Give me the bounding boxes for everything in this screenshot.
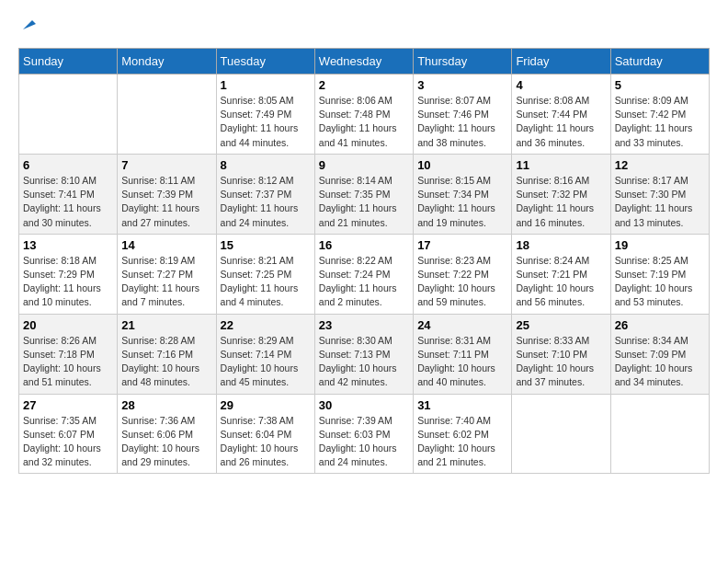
day-number: 16	[319, 238, 409, 252]
day-number: 8	[221, 158, 311, 172]
calendar-cell: 27Sunrise: 7:35 AM Sunset: 6:07 PM Dayli…	[19, 394, 118, 474]
weekday-header-wednesday: Wednesday	[314, 49, 413, 75]
calendar-cell: 7Sunrise: 8:11 AM Sunset: 7:39 PM Daylig…	[118, 154, 216, 234]
day-number: 29	[221, 398, 311, 412]
day-number: 2	[319, 78, 409, 92]
day-detail: Sunrise: 8:10 AM Sunset: 7:41 PM Dayligh…	[23, 174, 113, 230]
day-detail: Sunrise: 8:11 AM Sunset: 7:39 PM Dayligh…	[121, 174, 211, 230]
calendar-cell: 26Sunrise: 8:34 AM Sunset: 7:09 PM Dayli…	[610, 314, 709, 394]
day-number: 19	[615, 238, 705, 252]
day-number: 11	[516, 158, 606, 172]
day-number: 1	[221, 78, 311, 92]
calendar-cell: 4Sunrise: 8:08 AM Sunset: 7:44 PM Daylig…	[512, 75, 610, 155]
day-detail: Sunrise: 8:21 AM Sunset: 7:25 PM Dayligh…	[221, 254, 311, 310]
calendar-cell: 1Sunrise: 8:05 AM Sunset: 7:49 PM Daylig…	[216, 75, 314, 155]
day-number: 5	[615, 78, 705, 92]
calendar-cell: 10Sunrise: 8:15 AM Sunset: 7:34 PM Dayli…	[414, 154, 512, 234]
day-number: 27	[23, 398, 113, 412]
day-detail: Sunrise: 7:38 AM Sunset: 6:04 PM Dayligh…	[221, 414, 311, 470]
calendar-cell: 31Sunrise: 7:40 AM Sunset: 6:02 PM Dayli…	[414, 394, 512, 474]
calendar-cell: 28Sunrise: 7:36 AM Sunset: 6:06 PM Dayli…	[118, 394, 216, 474]
calendar-cell: 30Sunrise: 7:39 AM Sunset: 6:03 PM Dayli…	[314, 394, 413, 474]
day-detail: Sunrise: 8:30 AM Sunset: 7:13 PM Dayligh…	[319, 334, 409, 390]
day-detail: Sunrise: 8:23 AM Sunset: 7:22 PM Dayligh…	[417, 254, 507, 310]
weekday-header-sunday: Sunday	[19, 49, 118, 75]
day-detail: Sunrise: 8:06 AM Sunset: 7:48 PM Dayligh…	[319, 94, 409, 150]
day-number: 4	[516, 78, 606, 92]
day-number: 7	[121, 158, 211, 172]
weekday-header-monday: Monday	[118, 49, 216, 75]
day-number: 3	[417, 78, 507, 92]
calendar-table: SundayMondayTuesdayWednesdayThursdayFrid…	[18, 48, 710, 474]
calendar-week-row: 13Sunrise: 8:18 AM Sunset: 7:29 PM Dayli…	[19, 234, 710, 314]
day-number: 28	[121, 398, 211, 412]
day-number: 14	[121, 238, 211, 252]
calendar-week-row: 27Sunrise: 7:35 AM Sunset: 6:07 PM Dayli…	[19, 394, 710, 474]
calendar-week-row: 6Sunrise: 8:10 AM Sunset: 7:41 PM Daylig…	[19, 154, 710, 234]
calendar-cell: 2Sunrise: 8:06 AM Sunset: 7:48 PM Daylig…	[314, 75, 413, 155]
weekday-header-saturday: Saturday	[610, 49, 709, 75]
calendar-cell: 8Sunrise: 8:12 AM Sunset: 7:37 PM Daylig…	[216, 154, 314, 234]
day-detail: Sunrise: 8:22 AM Sunset: 7:24 PM Dayligh…	[319, 254, 409, 310]
day-detail: Sunrise: 8:07 AM Sunset: 7:46 PM Dayligh…	[417, 94, 507, 150]
calendar-cell: 18Sunrise: 8:24 AM Sunset: 7:21 PM Dayli…	[512, 234, 610, 314]
day-number: 6	[23, 158, 113, 172]
day-number: 20	[23, 318, 113, 332]
day-detail: Sunrise: 7:35 AM Sunset: 6:07 PM Dayligh…	[23, 414, 113, 470]
calendar-cell	[610, 394, 709, 474]
day-number: 25	[516, 318, 606, 332]
calendar-cell: 22Sunrise: 8:29 AM Sunset: 7:14 PM Dayli…	[216, 314, 314, 394]
weekday-header-friday: Friday	[512, 49, 610, 75]
day-number: 26	[615, 318, 705, 332]
day-detail: Sunrise: 8:16 AM Sunset: 7:32 PM Dayligh…	[516, 174, 606, 230]
calendar-cell: 14Sunrise: 8:19 AM Sunset: 7:27 PM Dayli…	[118, 234, 216, 314]
page-header	[18, 18, 710, 33]
calendar-cell: 15Sunrise: 8:21 AM Sunset: 7:25 PM Dayli…	[216, 234, 314, 314]
day-number: 31	[417, 398, 507, 412]
calendar-cell: 3Sunrise: 8:07 AM Sunset: 7:46 PM Daylig…	[414, 75, 512, 155]
day-detail: Sunrise: 8:08 AM Sunset: 7:44 PM Dayligh…	[516, 94, 606, 150]
day-detail: Sunrise: 8:12 AM Sunset: 7:37 PM Dayligh…	[221, 174, 311, 230]
svg-marker-0	[23, 20, 36, 29]
day-detail: Sunrise: 8:28 AM Sunset: 7:16 PM Dayligh…	[121, 334, 211, 390]
day-number: 21	[121, 318, 211, 332]
day-detail: Sunrise: 8:09 AM Sunset: 7:42 PM Dayligh…	[615, 94, 705, 150]
calendar-cell: 6Sunrise: 8:10 AM Sunset: 7:41 PM Daylig…	[19, 154, 118, 234]
day-number: 10	[417, 158, 507, 172]
day-detail: Sunrise: 8:34 AM Sunset: 7:09 PM Dayligh…	[615, 334, 705, 390]
calendar-cell: 12Sunrise: 8:17 AM Sunset: 7:30 PM Dayli…	[610, 154, 709, 234]
calendar-cell: 25Sunrise: 8:33 AM Sunset: 7:10 PM Dayli…	[512, 314, 610, 394]
day-number: 23	[319, 318, 409, 332]
day-number: 24	[417, 318, 507, 332]
weekday-header-thursday: Thursday	[414, 49, 512, 75]
day-detail: Sunrise: 8:31 AM Sunset: 7:11 PM Dayligh…	[417, 334, 507, 390]
day-detail: Sunrise: 8:14 AM Sunset: 7:35 PM Dayligh…	[319, 174, 409, 230]
day-detail: Sunrise: 8:18 AM Sunset: 7:29 PM Dayligh…	[23, 254, 113, 310]
day-detail: Sunrise: 7:40 AM Sunset: 6:02 PM Dayligh…	[417, 414, 507, 470]
logo	[18, 18, 36, 33]
day-detail: Sunrise: 7:39 AM Sunset: 6:03 PM Dayligh…	[319, 414, 409, 470]
calendar-cell: 21Sunrise: 8:28 AM Sunset: 7:16 PM Dayli…	[118, 314, 216, 394]
logo-bird-icon	[19, 17, 36, 33]
calendar-cell: 19Sunrise: 8:25 AM Sunset: 7:19 PM Dayli…	[610, 234, 709, 314]
calendar-cell	[19, 75, 118, 155]
day-number: 22	[221, 318, 311, 332]
day-detail: Sunrise: 8:29 AM Sunset: 7:14 PM Dayligh…	[221, 334, 311, 390]
calendar-cell: 20Sunrise: 8:26 AM Sunset: 7:18 PM Dayli…	[19, 314, 118, 394]
calendar-cell: 16Sunrise: 8:22 AM Sunset: 7:24 PM Dayli…	[314, 234, 413, 314]
day-number: 13	[23, 238, 113, 252]
calendar-cell: 11Sunrise: 8:16 AM Sunset: 7:32 PM Dayli…	[512, 154, 610, 234]
calendar-cell	[118, 75, 216, 155]
day-detail: Sunrise: 8:25 AM Sunset: 7:19 PM Dayligh…	[615, 254, 705, 310]
day-number: 17	[417, 238, 507, 252]
calendar-cell: 17Sunrise: 8:23 AM Sunset: 7:22 PM Dayli…	[414, 234, 512, 314]
calendar-cell	[512, 394, 610, 474]
day-number: 30	[319, 398, 409, 412]
day-detail: Sunrise: 8:19 AM Sunset: 7:27 PM Dayligh…	[121, 254, 211, 310]
calendar-cell: 5Sunrise: 8:09 AM Sunset: 7:42 PM Daylig…	[610, 75, 709, 155]
calendar-cell: 24Sunrise: 8:31 AM Sunset: 7:11 PM Dayli…	[414, 314, 512, 394]
day-detail: Sunrise: 8:33 AM Sunset: 7:10 PM Dayligh…	[516, 334, 606, 390]
calendar-week-row: 20Sunrise: 8:26 AM Sunset: 7:18 PM Dayli…	[19, 314, 710, 394]
calendar-cell: 9Sunrise: 8:14 AM Sunset: 7:35 PM Daylig…	[314, 154, 413, 234]
day-detail: Sunrise: 8:26 AM Sunset: 7:18 PM Dayligh…	[23, 334, 113, 390]
